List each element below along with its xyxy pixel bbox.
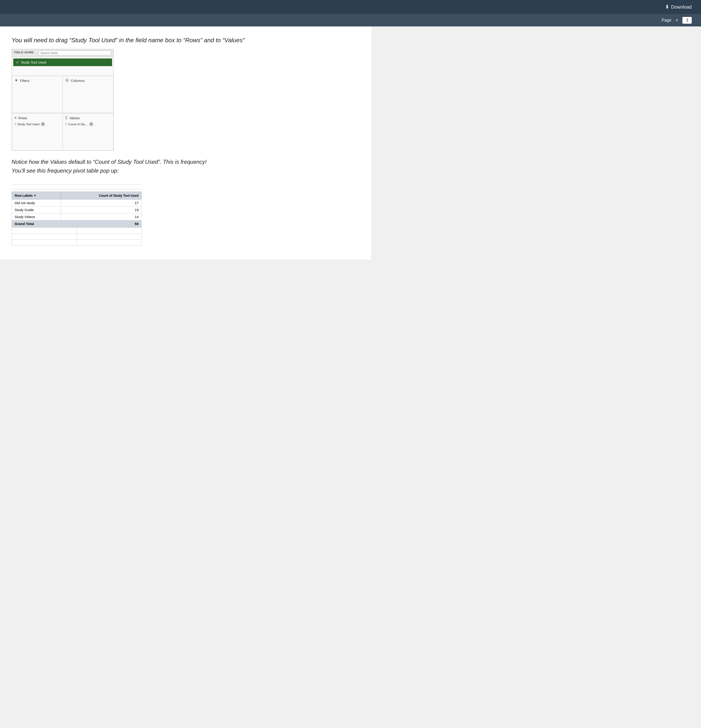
table-row: Grand Total50 — [12, 220, 142, 227]
page-number: 3 — [682, 17, 692, 24]
col1-header[interactable]: Row Labels ▼ — [12, 192, 61, 199]
notice-line2: You’ll see this frequency pivot table po… — [12, 166, 360, 175]
col1-header-label: Row Labels — [14, 194, 33, 198]
columns-icon: ⦿ — [65, 78, 69, 82]
columns-label: Columns — [71, 79, 84, 82]
table-row: Did not study17 — [12, 199, 142, 206]
values-label: Values — [70, 116, 80, 120]
download-button[interactable]: ⬇ Download — [665, 4, 692, 10]
rows-label: Rows — [18, 116, 27, 120]
row-label-cell: Did not study — [12, 199, 61, 206]
row-label-cell: Grand Total — [12, 220, 61, 227]
values-section: Σ Values ⠿ Count of Stu... i — [63, 113, 113, 150]
empty-row-2 — [12, 233, 142, 240]
pivot-panel: FIELD NAME ✓ Study Tool Used ▼ Filters ⦿… — [12, 49, 114, 150]
rows-info-icon: i — [41, 122, 45, 126]
notice-text: Notice how the Values default to “Count … — [12, 157, 360, 175]
pivot-sections-top: ▼ Filters ⦿ Columns — [12, 76, 113, 113]
empty-row-3 — [12, 240, 142, 246]
values-header: Σ Values — [65, 116, 111, 120]
dropdown-arrow-icon: ▼ — [34, 194, 36, 197]
filters-icon: ▼ — [14, 78, 18, 82]
row-label-cell: Study Guide — [12, 206, 61, 213]
pivot-table-empty-rows — [12, 227, 142, 246]
col2-header: Count of Study Tool Used — [61, 192, 141, 199]
empty-row-1 — [12, 227, 142, 233]
table-lines-above — [12, 180, 360, 189]
field-item-label: Study Tool Used — [21, 60, 46, 64]
table-line-1 — [12, 180, 142, 185]
pivot-table: Row Labels ▼ Count of Study Tool Used Di… — [12, 192, 142, 227]
page-nav-bar: Page < 3 — [0, 14, 701, 26]
row-value-cell: 14 — [61, 213, 141, 220]
field-name-header: FIELD NAME — [12, 49, 113, 57]
notice-line1: Notice how the Values default to “Count … — [12, 157, 360, 166]
page-prev-button[interactable]: < — [673, 17, 680, 23]
row-label-cell: Study Videos — [12, 213, 61, 220]
main-content: You will need to drag “Study Tool Used” … — [0, 26, 371, 260]
filters-section: ▼ Filters — [12, 76, 63, 113]
rows-item-label: Study Tool Used — [17, 123, 39, 126]
columns-header: ⦿ Columns — [65, 78, 111, 82]
download-label: Download — [671, 4, 692, 10]
drag-handle-values: ⠿ — [65, 123, 67, 126]
row-value-cell: 19 — [61, 206, 141, 213]
values-item-label: Count of Stu... — [68, 123, 87, 126]
table-row: Study Guide19 — [12, 206, 142, 213]
rows-item[interactable]: ⠿ Study Tool Used i — [14, 122, 60, 126]
field-item-study-tool-used[interactable]: ✓ Study Tool Used — [13, 58, 112, 66]
drag-handle-rows: ⠿ — [14, 123, 16, 126]
row-value-cell: 50 — [61, 220, 141, 227]
download-icon: ⬇ — [665, 4, 669, 10]
rows-section: ≡ Rows ⠿ Study Tool Used i — [12, 113, 63, 150]
top-bar: ⬇ Download — [0, 0, 701, 14]
pivot-table-container: Row Labels ▼ Count of Study Tool Used Di… — [12, 192, 142, 246]
values-info-icon: i — [89, 122, 93, 126]
row-value-cell: 17 — [61, 199, 141, 206]
table-row: Study Videos14 — [12, 213, 142, 220]
instruction-text: You will need to drag “Study Tool Used” … — [12, 36, 360, 45]
rows-header: ≡ Rows — [14, 116, 60, 120]
columns-section: ⦿ Columns — [63, 76, 113, 113]
values-item[interactable]: ⠿ Count of Stu... i — [65, 122, 111, 126]
page-label: Page — [662, 18, 671, 23]
field-list-area: ✓ Study Tool Used — [12, 57, 113, 76]
filters-header: ▼ Filters — [14, 78, 60, 82]
values-icon: Σ — [65, 116, 68, 120]
filters-label: Filters — [20, 79, 29, 82]
pivot-sections-bottom: ≡ Rows ⠿ Study Tool Used i Σ Values ⠿ Co… — [12, 113, 113, 150]
rows-icon: ≡ — [14, 116, 16, 120]
field-name-label: FIELD NAME — [14, 51, 34, 55]
search-fields-input[interactable] — [38, 51, 111, 55]
table-line-2 — [12, 185, 142, 189]
checkmark-icon: ✓ — [16, 60, 19, 65]
